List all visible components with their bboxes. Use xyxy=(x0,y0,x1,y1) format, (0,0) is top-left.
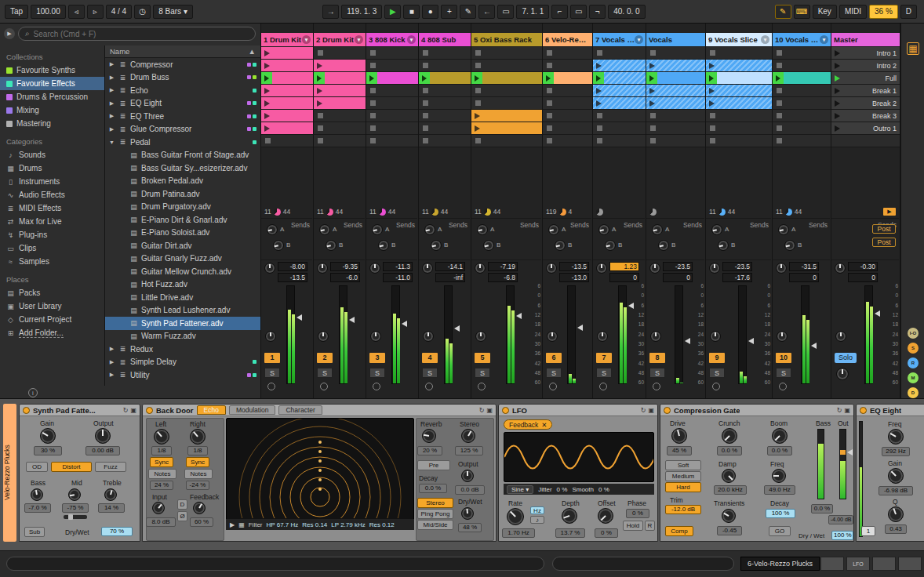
clip-slot[interactable] xyxy=(471,110,542,122)
preview-circle[interactable] xyxy=(599,383,607,390)
sidebar-item-current-project[interactable]: ◇Current Project xyxy=(0,313,104,326)
chain-thumbnail-2[interactable]: LFO xyxy=(846,557,870,571)
send-b-knob[interactable] xyxy=(605,240,616,251)
disclosure-closed-icon[interactable]: ▶ xyxy=(108,100,115,107)
clip-stop-button[interactable] xyxy=(777,138,782,143)
stop-button[interactable]: ■ xyxy=(403,5,420,19)
clip-stop-button[interactable] xyxy=(547,125,552,131)
sidebar-item-samples[interactable]: ≈Samples xyxy=(0,255,104,268)
clip-stop-button[interactable] xyxy=(370,113,376,118)
comp-button[interactable]: Comp xyxy=(665,526,693,536)
clip-stop-button[interactable] xyxy=(547,100,552,106)
disclosure-closed-icon[interactable]: ▶ xyxy=(108,113,115,119)
show-hide-toggle-m[interactable]: M xyxy=(908,372,919,383)
clip-slot[interactable] xyxy=(471,85,542,97)
sidebar-item-add-folder[interactable]: ⊞Add Folder... xyxy=(0,326,104,339)
scene-launch-icon[interactable] xyxy=(835,88,840,94)
save-preset-icon[interactable]: ▣ xyxy=(486,407,493,414)
map-target-button[interactable]: Feedback✕ xyxy=(504,419,552,430)
sidebar-item-drums[interactable]: ▦Drums xyxy=(0,161,104,175)
browser-item-drum-purgatory-adv[interactable]: ▤Drum Purgatory.adv xyxy=(105,201,260,214)
solo-button[interactable]: S xyxy=(475,368,490,378)
transients-knob[interactable] xyxy=(722,509,736,523)
track-header[interactable]: 5 Oxi Bass Rack xyxy=(471,33,542,46)
clip-slot[interactable] xyxy=(419,97,471,110)
send-b-knob[interactable] xyxy=(658,240,669,251)
selected-track-label[interactable]: 6-Velo-Rezzo Plucks xyxy=(740,557,820,571)
midi-overdub-button[interactable]: + xyxy=(441,5,457,19)
volume-value[interactable]: -31.5 xyxy=(789,262,819,271)
medium-mode-button[interactable]: Medium xyxy=(665,471,701,481)
clip-stop-button[interactable] xyxy=(475,100,481,106)
scene-slot[interactable]: Intro 1 xyxy=(831,47,900,60)
clip-stop-button[interactable] xyxy=(777,50,782,56)
preview-circle[interactable] xyxy=(779,383,787,390)
tab-character[interactable]: Character xyxy=(278,405,322,415)
volume-value[interactable]: -13.5 xyxy=(559,262,589,271)
clip-slot[interactable] xyxy=(314,97,366,110)
clip-slot[interactable] xyxy=(419,72,471,85)
output-gain-value[interactable]: 0.0 dB xyxy=(455,485,485,495)
secondary-pan-knob[interactable] xyxy=(777,331,788,342)
pan-knob[interactable] xyxy=(422,263,433,274)
volume-value[interactable]: 1.23 xyxy=(609,262,639,271)
clip-slot[interactable] xyxy=(543,135,592,147)
mid-value[interactable]: -75 % xyxy=(62,503,89,513)
disclosure-closed-icon[interactable]: ▶ xyxy=(108,126,115,132)
clip-slot[interactable] xyxy=(593,47,646,60)
right-offset-value[interactable]: -24 % xyxy=(186,481,209,490)
decay-value[interactable]: 100 % xyxy=(766,509,795,518)
send-a-knob[interactable] xyxy=(372,224,383,235)
mid-freq-slider[interactable] xyxy=(64,515,87,519)
trim-value[interactable]: -12.0 dB xyxy=(665,505,701,514)
preview-circle[interactable] xyxy=(320,383,328,390)
scene-slot[interactable]: Full xyxy=(831,72,900,85)
clip-stop-button[interactable] xyxy=(370,50,376,56)
track-activator-button[interactable]: 2 xyxy=(317,353,333,363)
overview-icon[interactable]: ▦ xyxy=(907,42,919,55)
clip-stop-button[interactable] xyxy=(547,113,552,118)
track-header[interactable]: 9 Vocals Slice▾ xyxy=(706,33,772,46)
rate-value[interactable]: 1.70 Hz xyxy=(502,528,535,538)
track-menu-icon[interactable]: ▾ xyxy=(820,35,828,44)
cue-volume-knob[interactable] xyxy=(836,368,849,380)
browser-item-guitar-mellow-crunch-adv[interactable]: ▤Guitar Mellow Crunch.adv xyxy=(105,265,260,278)
quantization-menu[interactable]: 8 Bars▾ xyxy=(153,5,193,19)
clip-stop-button[interactable] xyxy=(475,50,481,56)
clip-slot[interactable] xyxy=(366,110,418,122)
clip-stop-button[interactable] xyxy=(710,125,715,131)
browser-item-bass-guitar-sy-esizerizer-adv[interactable]: ▤Bass Guitar Sy...esizerizer.adv xyxy=(105,161,260,175)
clip-slot[interactable] xyxy=(366,47,418,60)
clip-slot[interactable] xyxy=(773,85,831,97)
clip-slot[interactable] xyxy=(261,85,313,97)
secondary-pan-knob[interactable] xyxy=(265,331,276,342)
time-signature-field[interactable]: 4 / 4 xyxy=(106,5,132,19)
track-header[interactable]: Master xyxy=(831,33,900,46)
clip-stop-button[interactable] xyxy=(777,88,782,93)
clip-slot[interactable] xyxy=(314,72,366,85)
clip-stop-button[interactable] xyxy=(777,125,782,131)
browser-item-utility[interactable]: ▶≣Utility xyxy=(105,368,260,382)
track-activator-button[interactable]: 3 xyxy=(369,353,385,363)
track-activator-button[interactable]: 8 xyxy=(649,353,665,363)
clip-stop-button[interactable] xyxy=(597,113,602,118)
play-button[interactable]: ▶ xyxy=(384,5,401,19)
scene-launch-icon[interactable] xyxy=(835,50,840,56)
track-header[interactable]: 2 Drum Kit▾ xyxy=(314,33,366,46)
clip-stop-button[interactable] xyxy=(650,125,656,131)
fader-handle[interactable] xyxy=(296,314,302,321)
track-activator-button[interactable]: 4 xyxy=(422,353,438,363)
clip-slot[interactable] xyxy=(366,97,418,110)
offset-knob[interactable] xyxy=(598,508,613,524)
pan-knob[interactable] xyxy=(475,263,486,274)
secondary-pan-knob[interactable] xyxy=(650,331,661,342)
treble-value[interactable]: 14 % xyxy=(98,503,125,513)
clip-slot[interactable] xyxy=(646,72,705,85)
clip-stop-button[interactable] xyxy=(318,125,323,131)
clip-stop-button[interactable] xyxy=(370,88,376,93)
volume-value[interactable]: -11.3 xyxy=(383,262,413,271)
send-b-post-button[interactable]: Post xyxy=(872,238,896,247)
freq-knob[interactable] xyxy=(772,469,786,483)
browser-item-eq-three[interactable]: ▶≣EQ Three xyxy=(105,110,260,123)
session-record-button[interactable]: ▭ xyxy=(497,5,514,19)
